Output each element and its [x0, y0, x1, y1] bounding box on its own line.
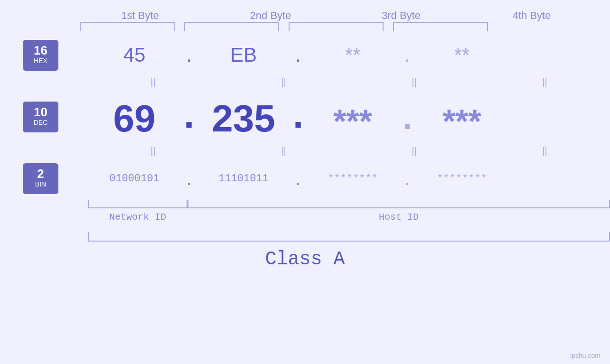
hex-row: 16 HEX 45 . EB . ** . **: [0, 36, 610, 74]
id-labels-row: Network ID Host ID: [88, 212, 610, 223]
big-bracket: [88, 232, 610, 242]
bin-byte1: 01000101: [87, 173, 182, 185]
dot-hex-3: .: [400, 44, 414, 66]
dec-row: 10 DEC 69 . 235 . *** . ***: [0, 91, 610, 143]
network-id-label: Network ID: [88, 212, 188, 223]
byte-headers-row: 1st Byte 2nd Byte 3rd Byte 4th Byte: [75, 9, 597, 22]
dot-dec-3: .: [400, 99, 414, 137]
dot-bin-3: .: [400, 167, 414, 190]
byte4-header: 4th Byte: [479, 9, 584, 22]
bin-byte2: 11101011: [196, 173, 291, 185]
eq2: ||: [236, 77, 331, 88]
bin-byte3: ********: [305, 173, 400, 185]
dec-label: 10 DEC: [23, 102, 58, 132]
dec-values: 69 . 235 . *** . ***: [87, 93, 610, 140]
host-bracket: [188, 200, 610, 208]
watermark: ipshu.com: [570, 352, 601, 359]
dec-byte4: ***: [414, 103, 509, 140]
dot-bin-2: .: [291, 167, 305, 190]
bin-label: 2 BIN: [23, 163, 58, 194]
dec-byte3: ***: [305, 103, 400, 140]
dot-hex-2: .: [291, 44, 305, 66]
hex-label: 16 HEX: [23, 40, 58, 71]
equals-row-2: || || || ||: [88, 143, 610, 159]
hex-byte3: **: [305, 44, 400, 66]
bin-values: 01000101 . 11101011 . ******** . *******…: [87, 167, 610, 190]
bin-row: 2 BIN 01000101 . 11101011 . ******** . *…: [0, 159, 610, 197]
host-id-label: Host ID: [188, 212, 610, 223]
eq1: ||: [106, 77, 201, 88]
hex-values: 45 . EB . ** . **: [87, 44, 610, 66]
hex-byte1: 45: [87, 44, 182, 66]
network-bracket: [88, 200, 188, 208]
eq6: ||: [236, 146, 331, 157]
equals-row-1: || || || ||: [88, 74, 610, 91]
bracket-1: [80, 22, 175, 31]
top-brackets: [75, 22, 597, 36]
class-label: Class A: [265, 249, 345, 270]
eq8: ||: [497, 146, 592, 157]
dot-dec-2: .: [291, 93, 305, 137]
byte2-header: 2nd Byte: [218, 9, 323, 22]
bracket-2: [184, 22, 279, 31]
bin-byte4: ********: [414, 173, 509, 185]
hex-byte2: EB: [196, 44, 291, 66]
byte3-header: 3rd Byte: [349, 9, 453, 22]
bottom-bracket-container: [88, 200, 610, 209]
eq3: ||: [367, 77, 462, 88]
dot-bin-1: .: [182, 167, 196, 190]
eq7: ||: [367, 146, 462, 157]
dot-hex-1: .: [182, 44, 196, 66]
dec-byte2: 235: [196, 97, 291, 140]
eq5: ||: [106, 146, 201, 157]
byte1-header: 1st Byte: [88, 9, 192, 22]
dot-dec-1: .: [182, 93, 196, 137]
bracket-3: [289, 22, 384, 31]
bracket-4: [393, 22, 488, 31]
eq4: ||: [497, 77, 592, 88]
hex-byte4: **: [414, 44, 509, 66]
main-container: 1st Byte 2nd Byte 3rd Byte 4th Byte 16 H…: [0, 0, 610, 364]
dec-byte1: 69: [87, 97, 182, 140]
